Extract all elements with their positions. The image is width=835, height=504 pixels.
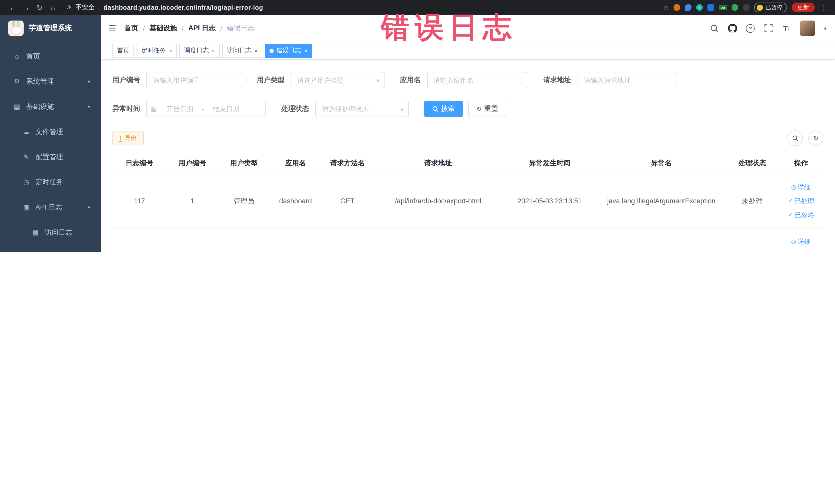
error-log-table: 日志编号 用户编号 用户类型 应用名 请求方法名 请求地址 异常发生时间 异常名… xyxy=(113,153,823,252)
cell-method: GET xyxy=(321,197,373,205)
fullscreen-icon[interactable] xyxy=(764,24,773,33)
cell-user-type: 管理员 xyxy=(219,196,269,206)
export-button[interactable]: ↓ 导出 xyxy=(113,131,144,145)
forward-icon[interactable]: → xyxy=(20,3,33,12)
document-icon: ▣ xyxy=(22,203,31,211)
address-bar[interactable]: ⚠ 不安全 | dashboard.yudao.iocoder.cn/infra… xyxy=(67,3,663,12)
sidebar-item-system-mgmt[interactable]: ⚙ 系统管理 ∨ xyxy=(0,69,101,94)
user-type-select[interactable]: ∨ xyxy=(290,72,385,88)
cell-actions: ◎详细✓已处理✓已忽略 xyxy=(778,181,823,222)
close-icon[interactable]: × xyxy=(169,47,172,54)
extension-on-badge[interactable]: on xyxy=(719,5,727,10)
download-icon: ↓ xyxy=(119,135,122,142)
bookmark-star-icon[interactable]: ☆ xyxy=(663,4,669,11)
action-detail-link[interactable]: ◎详细 xyxy=(791,181,811,194)
cloud-icon: ☁ xyxy=(22,128,31,136)
action-ignored-link[interactable]: ✓已忽略 xyxy=(788,208,814,222)
end-date-input[interactable] xyxy=(205,104,247,113)
browser-menu-icon[interactable]: ⋮ xyxy=(819,3,829,12)
breadcrumb: 首页 / 基础设施 / API 日志 / 错误日志 xyxy=(124,24,254,33)
back-icon[interactable]: ← xyxy=(6,3,20,12)
font-size-icon[interactable]: T↕ xyxy=(782,24,791,33)
tab-home[interactable]: 首页 xyxy=(113,43,134,58)
sidebar-item-access-log[interactable]: ▤ 访问日志 xyxy=(0,220,101,245)
security-label[interactable]: 不安全 xyxy=(76,3,95,12)
action-processed-link[interactable]: ✓已处理 xyxy=(788,194,814,208)
cell-exception-name: java.lang.IllegalArgumentException xyxy=(596,251,726,252)
user-type-select-input[interactable] xyxy=(290,72,385,88)
url-text[interactable]: dashboard.yudao.iocoder.cn/infra/log/api… xyxy=(103,4,263,11)
action-processed-link[interactable]: ✓已处理 xyxy=(788,249,814,252)
cell-app-name: dashboard xyxy=(269,197,321,205)
reload-icon[interactable]: ↻ xyxy=(33,3,46,12)
request-url-label: 请求地址 xyxy=(544,76,571,85)
hamburger-icon[interactable]: ☰ xyxy=(108,23,116,34)
breadcrumb-api-log[interactable]: API 日志 xyxy=(188,24,216,33)
github-icon[interactable] xyxy=(728,24,737,33)
sidebar-item-home[interactable]: ⌂ 首页 xyxy=(0,44,101,69)
start-date-input[interactable] xyxy=(159,104,201,113)
breadcrumb-home[interactable]: 首页 xyxy=(124,24,138,33)
cell-exception-time: 2021-05-03 23:13:51 xyxy=(503,197,597,205)
exception-time-label: 异常时间 xyxy=(113,104,140,114)
extension-icon-3[interactable]: Y xyxy=(696,4,703,11)
user-avatar[interactable] xyxy=(800,21,815,36)
search-icon[interactable] xyxy=(710,24,719,33)
cell-exception-name: java.lang.IllegalArgumentException xyxy=(596,197,726,205)
app-name-input[interactable] xyxy=(427,72,528,88)
check-icon: ✓ xyxy=(788,212,792,218)
avatar-caret-icon[interactable]: ▾ xyxy=(824,25,827,31)
app-logo[interactable]: 芋道管理系统 xyxy=(0,15,101,42)
sidebar-item-scheduled-tasks[interactable]: ◷ 定时任务 xyxy=(0,169,101,195)
browser-update-button[interactable]: 更新 xyxy=(792,3,815,12)
process-status-label: 处理状态 xyxy=(281,104,309,114)
tab-error-log[interactable]: 错误日志 × xyxy=(265,43,312,58)
sidebar-item-infrastructure[interactable]: ▤ 基础设施 ∧ xyxy=(0,94,101,119)
cell-actions: ◎详细✓已处理✓已忽略 xyxy=(778,235,823,252)
search-button[interactable]: 搜索 xyxy=(424,101,463,117)
extension-icon-4[interactable] xyxy=(708,4,714,11)
extension-icon-6[interactable] xyxy=(732,4,738,11)
sidebar: 芋道管理系统 ⌂ 首页 ⚙ 系统管理 ∨ ▤ 基础设施 ∧ ☁ xyxy=(0,15,101,252)
cell-request-url: /api/infra/db-doc/export-html xyxy=(373,197,503,205)
monkey-icon xyxy=(757,4,763,11)
cell-user-id: 1 xyxy=(167,197,219,205)
sidebar-item-api-log[interactable]: ▣ API 日志 ∧ xyxy=(0,195,101,220)
close-icon[interactable]: × xyxy=(254,47,258,54)
user-id-input[interactable] xyxy=(146,72,241,88)
col-user-type: 用户类型 xyxy=(219,159,269,168)
extension-icon-1[interactable] xyxy=(674,4,680,11)
breadcrumb-infrastructure[interactable]: 基础设施 xyxy=(149,24,177,33)
action-detail-link[interactable]: ◎详细 xyxy=(791,235,811,248)
tab-schedule-log[interactable]: 调度日志 × xyxy=(179,43,220,58)
cell-app-name: dashboard xyxy=(269,251,321,252)
user-type-label: 用户类型 xyxy=(257,76,284,85)
sidebar-item-config-mgmt[interactable]: ✎ 配置管理 xyxy=(0,144,101,169)
view-icon: ◎ xyxy=(791,239,796,244)
close-icon[interactable]: × xyxy=(304,47,307,54)
request-url-input[interactable] xyxy=(577,72,676,88)
extension-icon-2[interactable] xyxy=(685,4,692,11)
cell-log-id: 116 xyxy=(113,251,167,252)
chevron-up-icon: ∧ xyxy=(87,205,91,209)
close-icon[interactable]: × xyxy=(212,47,215,54)
process-status-select[interactable]: ∨ xyxy=(315,101,409,117)
refresh-table-button[interactable]: ↻ xyxy=(808,130,823,146)
help-icon[interactable]: ? xyxy=(746,24,755,33)
extension-icon-7[interactable] xyxy=(743,4,750,11)
cell-exception-time: 2021-05-03 12:02:31 xyxy=(503,251,597,252)
app-title: 芋道管理系统 xyxy=(29,24,72,33)
toggle-search-button[interactable] xyxy=(788,130,803,146)
sidebar-item-error-log[interactable]: ▤ 错误日志 xyxy=(0,245,101,252)
active-tab-dot xyxy=(270,48,274,53)
process-status-select-input[interactable] xyxy=(315,101,409,117)
paused-extension-badge[interactable]: 已暂停 xyxy=(754,3,787,12)
refresh-icon: ↻ xyxy=(476,106,482,112)
reset-button[interactable]: ↻ 重置 xyxy=(468,101,506,117)
tab-access-log[interactable]: 访问日志 × xyxy=(222,43,263,58)
home-icon[interactable]: ⌂ xyxy=(46,3,60,12)
sidebar-item-file-mgmt[interactable]: ☁ 文件管理 xyxy=(0,119,101,144)
exception-time-range-picker[interactable]: ▦ - xyxy=(146,101,266,117)
tab-scheduled-tasks[interactable]: 定时任务 × xyxy=(137,43,177,58)
clock-icon: ◷ xyxy=(22,178,31,186)
